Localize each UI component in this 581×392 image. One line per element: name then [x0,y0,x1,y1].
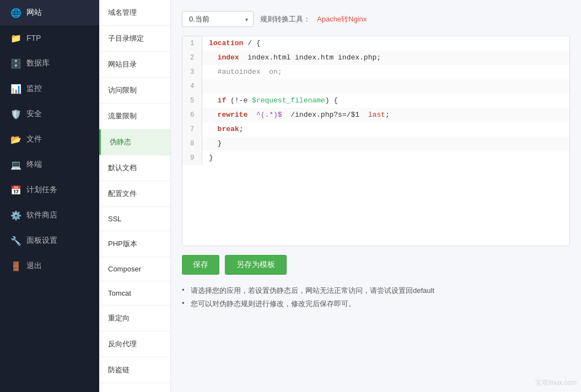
tips-list: 请选择您的应用，若设置伪静态后，网站无法正常访问，请尝试设置回default 您… [182,286,570,309]
sidebar: 🌐 网站 📁 FTP 🗄️ 数据库 📊 监控 🛡️ 安全 📂 文件 💻 终端 📅… [0,0,99,392]
subnav-sitelog[interactable]: 网站日志 [99,383,170,392]
sidebar-item-label-security: 安全 [26,109,42,119]
save-button[interactable]: 保存 [182,255,219,275]
sidebar-item-schedule[interactable]: 📅 计划任务 [0,177,99,203]
code-line-8: 8 } [182,137,569,151]
sidebar-item-terminal[interactable]: 💻 终端 [0,152,99,177]
subnav-phpver[interactable]: PHP版本 [99,231,170,257]
empty-lines [182,165,569,246]
tip-1: 请选择您的应用，若设置伪静态后，网站无法正常访问，请尝试设置回default [182,286,570,296]
line-num-1: 1 [182,36,202,51]
code-line-4: 4 [182,79,569,94]
code-line-2: 2 index index.html index.htm index.php; [182,51,569,65]
line-num-4: 4 [182,79,202,94]
website-icon: 🌐 [11,8,21,18]
sidebar-item-label-monitor: 监控 [26,84,42,94]
line-content-9: } [202,151,569,165]
sidebar-item-label-panel: 面板设置 [26,236,57,246]
convert-label: 规则转换工具： [260,14,310,24]
sidebar-item-label-terminal: 终端 [26,160,42,170]
sidebar-item-label-ftp: FTP [26,34,41,42]
subnav-ssl[interactable]: SSL [99,207,170,231]
panel-icon: 🔧 [11,236,21,246]
subnav-config[interactable]: 配置文件 [99,181,170,207]
database-icon: 🗄️ [11,58,21,68]
sidebar-item-label-files: 文件 [26,134,42,144]
sidebar-item-files[interactable]: 📂 文件 [0,127,99,152]
sidebar-item-website[interactable]: 🌐 网站 [0,0,99,25]
sidebar-item-label-database: 数据库 [26,58,50,68]
subnav-traffic[interactable]: 流量限制 [99,104,170,129]
code-line-6: 6 rewrite ^(.*)$ /index.php?s=/$1 last; [182,108,569,122]
subnav-subdir[interactable]: 子目录绑定 [99,26,170,52]
code-line-1: 1 location / { [182,36,569,51]
line-content-4 [202,79,569,94]
terminal-icon: 💻 [11,160,21,170]
line-num-6: 6 [182,108,202,122]
subnav-redirect[interactable]: 重定向 [99,306,170,331]
sidebar-item-label-schedule: 计划任务 [26,185,57,195]
sidebar-item-label-logout: 退出 [26,261,42,271]
convert-link[interactable]: Apache转Nginx [317,14,367,24]
subnav-composer[interactable]: Composer [99,257,170,281]
code-line-3: 3 #autoindex on; [182,65,569,79]
logout-icon: 🚪 [11,261,21,271]
sidebar-item-ftp[interactable]: 📁 FTP [0,25,99,51]
line-content-7: break; [202,122,569,137]
ftp-icon: 📁 [11,33,21,43]
sidebar-item-logout[interactable]: 🚪 退出 [0,253,99,279]
subnav: 域名管理 子目录绑定 网站目录 访问限制 流量限制 伪静态 默认文档 配置文件 … [99,0,171,392]
code-line-5: 5 if (!-e $request_filename) { [182,94,569,108]
monitor-icon: 📊 [11,84,21,94]
line-num-8: 8 [182,137,202,151]
sidebar-item-label-website: 网站 [26,8,42,18]
schedule-icon: 📅 [11,185,21,195]
line-content-2: index index.html index.htm index.php; [202,51,569,65]
sidebar-item-label-software: 软件商店 [26,210,57,220]
main-content: 0.当前 ▾ 规则转换工具： Apache转Nginx 1 location /… [171,0,581,392]
line-num-2: 2 [182,51,202,65]
subnav-reverseproxy[interactable]: 反向代理 [99,331,170,357]
subnav-tomcat[interactable]: Tomcat [99,281,170,306]
line-num-7: 7 [182,122,202,137]
line-content-8: } [202,137,569,151]
line-content-5: if (!-e $request_filename) { [202,94,569,108]
line-content-3: #autoindex on; [202,65,569,79]
toolbar: 0.当前 ▾ 规则转换工具： Apache转Nginx [182,11,570,27]
security-icon: 🛡️ [11,109,21,119]
subnav-sitedir[interactable]: 网站目录 [99,52,170,78]
code-lines: 1 location / { 2 index index.html index.… [182,36,569,246]
line-content-6: rewrite ^(.*)$ /index.php?s=/$1 last; [202,108,569,122]
files-icon: 📂 [11,134,21,144]
line-num-9: 9 [182,151,202,165]
subnav-default[interactable]: 默认文档 [99,155,170,181]
sidebar-item-security[interactable]: 🛡️ 安全 [0,101,99,127]
subnav-hotlink[interactable]: 防盗链 [99,357,170,383]
sidebar-item-monitor[interactable]: 📊 监控 [0,76,99,101]
btn-row: 保存 另存为模板 [182,255,570,275]
tip-2: 您可以对伪静态规则进行修改，修改完后保存即可。 [182,299,570,309]
software-icon: ⚙️ [11,210,21,220]
subnav-pseudostatic[interactable]: 伪静态 [99,129,170,155]
line-num-3: 3 [182,65,202,79]
select-wrap[interactable]: 0.当前 ▾ [182,11,254,27]
line-num-5: 5 [182,94,202,108]
save-as-template-button[interactable]: 另存为模板 [225,255,287,275]
subnav-access[interactable]: 访问限制 [99,78,170,104]
subnav-domain[interactable]: 域名管理 [99,0,170,26]
line-content-1: location / { [202,36,569,51]
sidebar-item-database[interactable]: 🗄️ 数据库 [0,51,99,76]
code-line-7: 7 break; [182,122,569,137]
sidebar-item-software[interactable]: ⚙️ 软件商店 [0,203,99,228]
sidebar-item-panel[interactable]: 🔧 面板设置 [0,228,99,253]
code-editor: 1 location / { 2 index index.html index.… [182,36,570,246]
version-select[interactable]: 0.当前 [182,11,254,27]
code-line-9: 9 } [182,151,569,165]
